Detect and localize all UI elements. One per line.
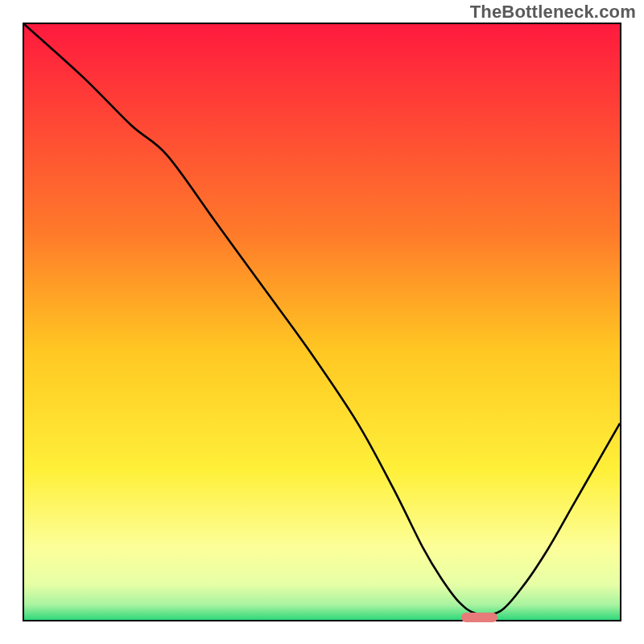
watermark-text: TheBottleneck.com bbox=[470, 2, 636, 23]
curve-layer bbox=[24, 24, 620, 620]
bottleneck-curve bbox=[24, 24, 620, 615]
plot-area bbox=[23, 23, 621, 621]
bottleneck-target-marker bbox=[461, 613, 497, 622]
chart-frame: TheBottleneck.com bbox=[0, 0, 644, 644]
